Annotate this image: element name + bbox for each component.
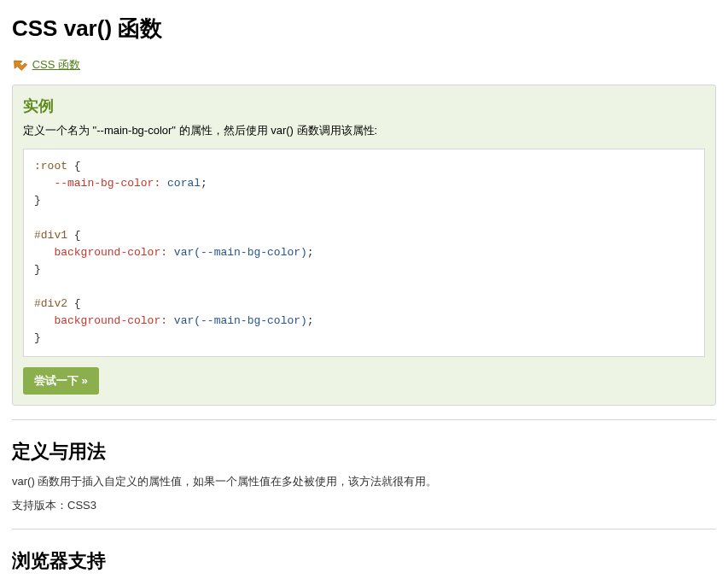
example-box: 实例 定义一个名为 "--main-bg-color" 的属性，然后使用 var… — [12, 85, 716, 406]
support-heading: 浏览器支持 — [12, 548, 716, 574]
definition-p1: var() 函数用于插入自定义的属性值，如果一个属性值在多处被使用，该方法就很有… — [12, 473, 716, 491]
code-attr: background-color: — [54, 246, 167, 259]
definition-p2: 支持版本：CSS3 — [12, 497, 716, 515]
code-val: var(--main-bg-color) — [167, 246, 307, 259]
definition-heading: 定义与用法 — [12, 439, 716, 465]
example-desc: 定义一个名为 "--main-bg-color" 的属性，然后使用 var() … — [23, 123, 705, 138]
divider — [12, 419, 716, 420]
code-selector: #div2 — [34, 297, 67, 310]
arrow-up-left-icon — [12, 57, 27, 73]
example-title: 实例 — [23, 96, 705, 116]
nav-link-css-functions[interactable]: CSS 函数 — [32, 58, 80, 71]
code-attr: --main-bg-color: — [54, 177, 160, 190]
divider — [12, 529, 716, 529]
page-title: CSS var() 函数 — [12, 14, 716, 44]
code-val: var(--main-bg-color) — [167, 314, 307, 327]
nav-up[interactable]: CSS 函数 — [12, 57, 716, 73]
code-block: :root { --main-bg-color: coral; } #div1 … — [23, 149, 705, 357]
code-selector: #div1 — [34, 229, 67, 242]
code-selector: :root — [34, 160, 67, 173]
try-it-button[interactable]: 尝试一下 » — [23, 367, 99, 395]
code-attr: background-color: — [54, 314, 167, 327]
code-val: coral — [160, 177, 201, 190]
